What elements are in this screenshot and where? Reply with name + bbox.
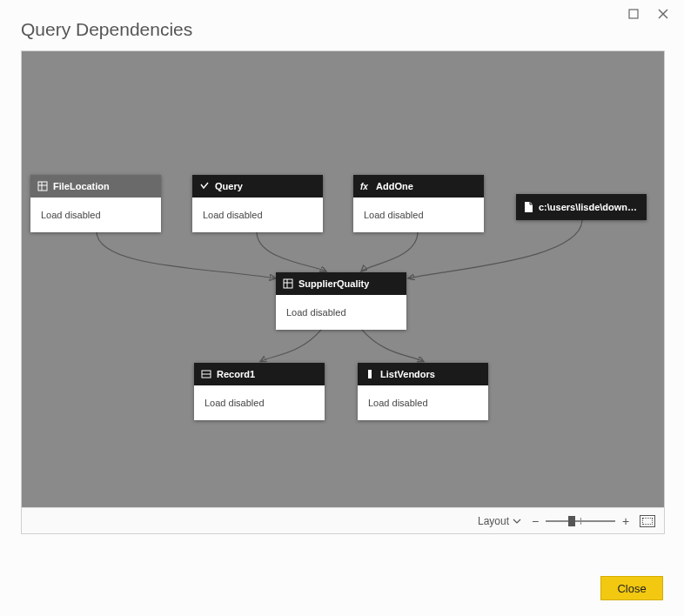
node-title: AddOne bbox=[376, 181, 413, 191]
dependency-canvas[interactable]: FileLocation Load disabled Query Load di… bbox=[22, 51, 664, 507]
dialog-title: Query Dependencies bbox=[21, 19, 192, 40]
layout-label-text: Layout bbox=[478, 515, 509, 527]
node-title: c:\users\lisde\downloads... bbox=[539, 202, 640, 212]
svg-rect-5 bbox=[284, 279, 292, 288]
close-icon bbox=[658, 9, 668, 19]
node-status: Load disabled bbox=[30, 198, 161, 232]
zoom-slider: − + bbox=[530, 514, 631, 528]
table-icon bbox=[37, 181, 48, 191]
node-status: Load disabled bbox=[358, 385, 488, 420]
zoom-bar: Layout − + bbox=[22, 507, 664, 533]
table-icon bbox=[283, 278, 293, 289]
zoom-out-button[interactable]: − bbox=[530, 514, 540, 528]
node-title: ListVendors bbox=[380, 369, 435, 379]
close-button-label: Close bbox=[617, 582, 646, 595]
node-title: Record1 bbox=[217, 369, 255, 379]
maximize-icon bbox=[628, 9, 639, 19]
svg-rect-0 bbox=[629, 10, 638, 18]
node-status: Load disabled bbox=[276, 295, 406, 330]
node-filesource[interactable]: c:\users\lisde\downloads... bbox=[516, 194, 647, 220]
zoom-thumb[interactable] bbox=[568, 516, 575, 526]
fit-to-screen-button[interactable] bbox=[640, 515, 655, 527]
node-title: FileLocation bbox=[53, 181, 110, 191]
node-supplierquality[interactable]: SupplierQuality Load disabled bbox=[276, 272, 406, 330]
zoom-tick bbox=[580, 518, 581, 525]
svg-rect-10 bbox=[368, 370, 372, 378]
node-filelocation[interactable]: FileLocation Load disabled bbox=[30, 175, 161, 232]
canvas-frame: FileLocation Load disabled Query Load di… bbox=[21, 50, 665, 534]
node-record1[interactable]: Record1 Load disabled bbox=[194, 363, 325, 420]
query-icon bbox=[199, 181, 210, 191]
chevron-down-icon bbox=[513, 517, 521, 526]
close-button[interactable]: Close bbox=[600, 576, 663, 600]
close-window-button[interactable] bbox=[654, 5, 672, 23]
titlebar-controls bbox=[625, 5, 672, 23]
node-status: Load disabled bbox=[353, 198, 484, 232]
zoom-track[interactable] bbox=[546, 520, 615, 522]
svg-text:fx: fx bbox=[360, 182, 368, 191]
maximize-button[interactable] bbox=[625, 5, 642, 23]
query-dependencies-dialog: Query Dependencies bbox=[0, 0, 684, 616]
node-query[interactable]: Query Load disabled bbox=[192, 175, 323, 232]
node-title: Query bbox=[215, 181, 243, 191]
node-title: SupplierQuality bbox=[298, 278, 369, 289]
function-icon: fx bbox=[360, 181, 371, 191]
record-icon bbox=[201, 369, 211, 379]
node-listvendors[interactable]: ListVendors Load disabled bbox=[358, 363, 488, 420]
svg-rect-1 bbox=[38, 182, 47, 191]
layout-dropdown[interactable]: Layout bbox=[478, 515, 521, 527]
zoom-in-button[interactable]: + bbox=[620, 514, 631, 528]
node-addone[interactable]: fx AddOne Load disabled bbox=[353, 175, 484, 232]
node-status: Load disabled bbox=[192, 198, 323, 232]
list-icon bbox=[365, 369, 375, 379]
file-icon bbox=[523, 201, 533, 213]
node-status: Load disabled bbox=[194, 385, 325, 420]
